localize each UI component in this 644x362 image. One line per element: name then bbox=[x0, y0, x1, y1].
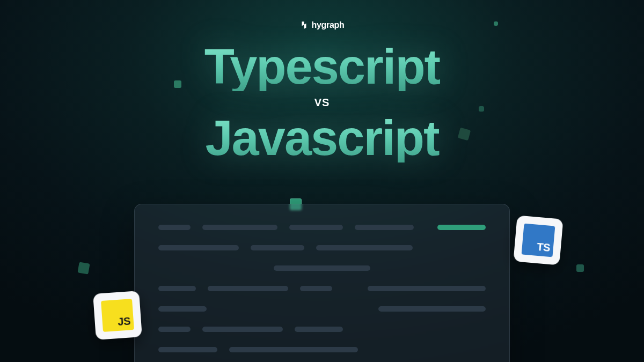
code-segment bbox=[202, 225, 277, 230]
hero-title: Typescript VS Javascript bbox=[0, 42, 644, 162]
code-line bbox=[158, 306, 486, 312]
title-javascript: Javascript bbox=[0, 113, 644, 162]
code-preview-panel bbox=[134, 204, 510, 362]
code-segment bbox=[158, 245, 239, 250]
decor-square bbox=[174, 80, 181, 88]
js-label: JS bbox=[118, 315, 131, 328]
code-segment bbox=[158, 225, 191, 230]
code-segment bbox=[229, 347, 358, 352]
code-line bbox=[158, 347, 486, 352]
code-segment bbox=[355, 225, 414, 230]
code-line bbox=[158, 265, 486, 271]
code-segment bbox=[289, 225, 343, 230]
decor-square bbox=[479, 106, 484, 112]
code-segment bbox=[378, 306, 486, 312]
code-segment bbox=[158, 286, 196, 291]
code-segment bbox=[158, 347, 217, 352]
code-line bbox=[158, 286, 486, 291]
code-segment bbox=[202, 327, 283, 332]
javascript-badge: JS bbox=[93, 291, 142, 340]
decor-square bbox=[576, 264, 584, 272]
decor-square bbox=[494, 21, 498, 26]
code-segment bbox=[300, 286, 332, 291]
brand-logo: hygraph bbox=[299, 20, 344, 30]
code-segment bbox=[158, 306, 207, 312]
code-segment-accent bbox=[437, 225, 486, 230]
hygraph-icon bbox=[299, 21, 308, 29]
code-segment bbox=[368, 286, 486, 291]
code-segment bbox=[158, 327, 191, 332]
code-segment bbox=[274, 265, 370, 271]
title-vs: VS bbox=[0, 97, 644, 109]
decor-square bbox=[77, 262, 90, 274]
brand-name: hygraph bbox=[311, 20, 344, 30]
javascript-icon: JS bbox=[101, 299, 134, 332]
typescript-badge: TS bbox=[513, 215, 563, 265]
typescript-icon: TS bbox=[522, 224, 555, 257]
code-segment bbox=[295, 327, 343, 332]
ts-label: TS bbox=[536, 241, 550, 254]
code-segment bbox=[316, 245, 413, 250]
title-typescript: Typescript bbox=[0, 42, 644, 91]
code-line bbox=[158, 225, 486, 230]
code-segment bbox=[208, 286, 288, 291]
code-line bbox=[158, 327, 486, 332]
code-segment bbox=[251, 245, 304, 250]
code-line bbox=[158, 245, 486, 250]
